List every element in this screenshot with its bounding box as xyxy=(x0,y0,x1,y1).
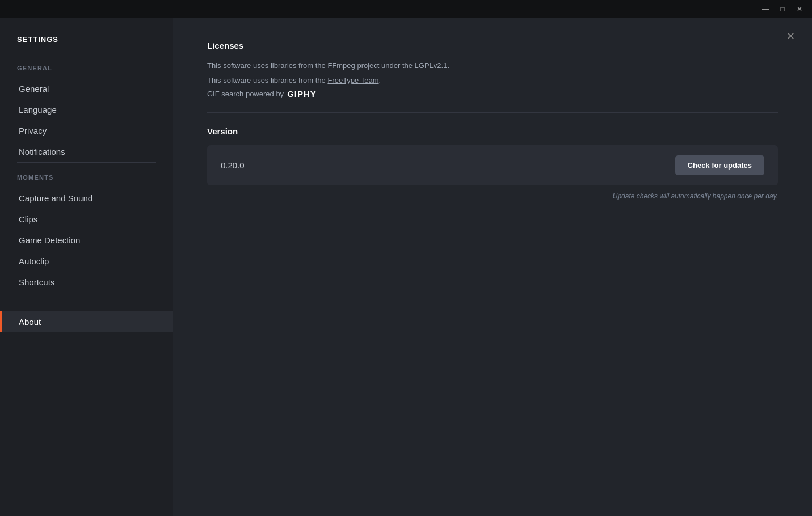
license-line-1: This software uses libraries from the FF… xyxy=(207,60,778,72)
sidebar-item-shortcuts[interactable]: Shortcuts xyxy=(0,272,173,293)
sidebar-item-language[interactable]: Language xyxy=(0,99,173,120)
sidebar-item-clips[interactable]: Clips xyxy=(0,209,173,230)
main-content: ✕ Licenses This software uses libraries … xyxy=(173,18,812,516)
gif-search-text: GIF search powered by xyxy=(207,90,284,98)
version-box: 0.20.0 Check for updates xyxy=(207,145,778,185)
sidebar-section-general: GENERAL xyxy=(0,65,173,78)
update-note: Update checks will automatically happen … xyxy=(207,192,778,200)
lgpl-link[interactable]: LGPLv2.1 xyxy=(415,61,448,70)
titlebar-close-button[interactable]: ✕ xyxy=(792,3,807,15)
sidebar-top-divider xyxy=(17,53,156,53)
licenses-title: Licenses xyxy=(207,41,778,50)
giphy-logo: GIPHY xyxy=(287,89,317,99)
sidebar-item-capture-sound[interactable]: Capture and Sound xyxy=(0,188,173,209)
sidebar-item-autoclip[interactable]: Autoclip xyxy=(0,251,173,272)
sidebar-item-game-detection[interactable]: Game Detection xyxy=(0,230,173,251)
maximize-button[interactable]: □ xyxy=(775,3,790,15)
sidebar-item-about[interactable]: About xyxy=(0,311,173,332)
giphy-line: GIF search powered by GIPHY xyxy=(207,89,778,99)
license-line-2: This software uses libraries from the Fr… xyxy=(207,74,778,87)
section-divider xyxy=(207,112,778,113)
sidebar-bottom-divider xyxy=(17,302,156,302)
check-updates-button[interactable]: Check for updates xyxy=(675,155,764,175)
minimize-button[interactable]: — xyxy=(758,3,773,15)
sidebar-item-privacy[interactable]: Privacy xyxy=(0,120,173,141)
sidebar-mid-divider xyxy=(17,162,156,163)
sidebar-section-moments: MOMENTS xyxy=(0,174,173,188)
sidebar-title: SETTINGS xyxy=(0,35,173,53)
sidebar-item-general[interactable]: General xyxy=(0,78,173,99)
app-container: SETTINGS GENERAL General Language Privac… xyxy=(0,18,812,516)
titlebar: — □ ✕ xyxy=(0,0,812,18)
sidebar: SETTINGS GENERAL General Language Privac… xyxy=(0,18,173,516)
freetype-link[interactable]: FreeType Team xyxy=(327,76,378,84)
sidebar-item-notifications[interactable]: Notifications xyxy=(0,141,173,162)
version-title: Version xyxy=(207,126,778,136)
version-number: 0.20.0 xyxy=(221,160,245,170)
panel-close-button[interactable]: ✕ xyxy=(782,28,798,44)
ffmpeg-link[interactable]: FFmpeg xyxy=(327,61,355,70)
